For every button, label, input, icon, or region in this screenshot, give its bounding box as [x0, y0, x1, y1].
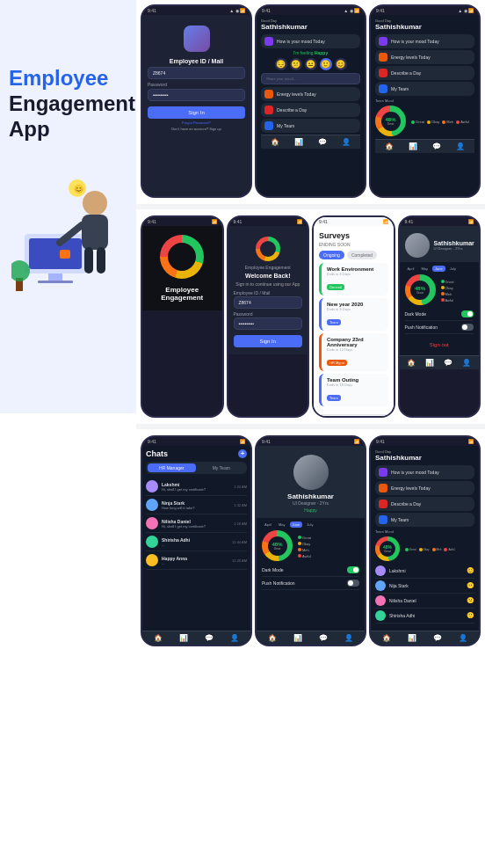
signin-btn2[interactable]: Sign In [234, 335, 303, 347]
month-may[interactable]: May [419, 266, 431, 272]
nav-profile-10[interactable]: 👤 [459, 634, 467, 642]
month-april[interactable]: April [405, 266, 417, 272]
push-toggle[interactable] [347, 580, 359, 587]
survey-item-3[interactable]: Company 23rd Anniversary Ends in 12 Days… [319, 333, 388, 371]
nav-home[interactable]: 🏠 [271, 138, 279, 146]
month-july[interactable]: July [447, 266, 459, 272]
nav-chart-10[interactable]: 📊 [408, 634, 416, 642]
profile-june[interactable]: June [290, 522, 303, 528]
describe-icon [264, 106, 273, 114]
add-chat-btn[interactable]: + [238, 449, 247, 458]
forgot-password-link[interactable]: Forgot Password? [182, 120, 210, 125]
describe-text-3: Describe a Day [391, 70, 421, 76]
mood-share-input[interactable]: Share your mood... [261, 73, 360, 84]
survey-item-1[interactable]: Work Environment Ends in 4 Days General [319, 263, 388, 295]
nav-chat-7[interactable]: 💬 [444, 359, 452, 367]
legend-row: Great Okay Meh Awful [411, 120, 469, 124]
chat-tab-myteam[interactable]: My Team [198, 463, 246, 472]
nav-chart[interactable]: 📊 [294, 138, 303, 146]
signup-link[interactable]: Don't have an account? Sign up [171, 127, 221, 131]
team-donut-10: 48% Great Great Okay Meh Awful [375, 536, 474, 561]
emoji-meh[interactable]: 😕 [290, 58, 302, 70]
title-line1: Employee [9, 66, 108, 90]
push-notif-toggle[interactable] [461, 324, 474, 331]
describe-item-10[interactable]: Describe a Day [375, 497, 474, 511]
team-menu-item[interactable]: My Team [261, 119, 360, 133]
pwd-field2[interactable]: •••••••••• [234, 317, 303, 330]
chat-tab-hrmanager[interactable]: HR Manager [148, 463, 196, 472]
nav-chart-8[interactable]: 📊 [179, 634, 188, 642]
energy-item-3[interactable]: Energy levels Today [375, 50, 474, 64]
dark-mode-toggle[interactable] [461, 310, 474, 317]
nav-chat-8[interactable]: 💬 [205, 634, 214, 642]
dark-mode-setting[interactable]: Dark Mode [405, 308, 474, 321]
emoji-neutral[interactable]: 😐 [305, 58, 317, 70]
survey-tag-4: Team [327, 395, 341, 401]
team-member-1[interactable]: Lakshmi 😊 [375, 564, 474, 579]
mood-menu-item[interactable]: How is your mood Today [261, 34, 360, 48]
password-field[interactable]: •••••••••• [148, 89, 245, 101]
nav-profile-3[interactable]: 👤 [456, 142, 465, 150]
team-member-4[interactable]: Shirisha Adhi 🙂 [375, 609, 474, 624]
nav-profile-7[interactable]: 👤 [462, 359, 471, 367]
emoji-veryhappy[interactable]: 😊 [335, 58, 347, 70]
emp-id-field2[interactable]: Z8674 [234, 296, 303, 309]
member-emoji-1: 😊 [467, 567, 474, 574]
nav-profile-9[interactable]: 👤 [344, 634, 353, 642]
mood-item-3[interactable]: How is your mood Today [375, 34, 474, 48]
nav-chat[interactable]: 💬 [318, 138, 327, 146]
nav-home-7[interactable]: 🏠 [407, 359, 416, 367]
chat-item-5[interactable]: Happy Anna ... 12:20 AM [146, 551, 247, 570]
team-donut-chart-10: 48% Great [375, 536, 400, 561]
energy-item-10[interactable]: Energy levels Today [375, 481, 474, 495]
signin-button[interactable]: Sign In [148, 106, 245, 119]
tab-completed[interactable]: Completed [347, 251, 377, 259]
nav-home-10[interactable]: 🏠 [382, 634, 391, 642]
chat-item-3[interactable]: Nilisha Daniel Hi, shall I get my certif… [146, 514, 247, 533]
signout-btn[interactable]: Sign out [405, 338, 474, 352]
energy-icon-10 [379, 484, 387, 492]
team-item-3[interactable]: My Team [375, 82, 474, 96]
survey-item-4[interactable]: Team Outing Ends in 18 Days Team [319, 374, 388, 406]
nav-profile-8[interactable]: 👤 [230, 634, 239, 642]
team-member-3[interactable]: Nilisha Daniel 😕 [375, 594, 474, 609]
nav-chat-9[interactable]: 💬 [319, 634, 328, 642]
survey-item-2[interactable]: New year 2020 Ends in 8 Days Team [319, 298, 388, 331]
profile-may[interactable]: May [276, 522, 288, 528]
nav-chat-3[interactable]: 💬 [432, 142, 441, 150]
survey-meta-1: Ends in 4 Days [327, 272, 383, 276]
mood-item-10[interactable]: How is your mood Today [375, 465, 474, 479]
emoji-happy[interactable]: 🙂 [320, 58, 332, 70]
chat-item-4[interactable]: Shirisha Adhi ... 12:44 AM [146, 533, 247, 551]
energy-menu-item[interactable]: Energy levels Today [261, 87, 360, 101]
nav-home-9[interactable]: 🏠 [268, 634, 277, 642]
nav-chat-10[interactable]: 💬 [433, 634, 442, 642]
describe-item-3[interactable]: Describe a Day [375, 66, 474, 80]
nav-chart-3[interactable]: 📊 [409, 142, 417, 150]
push-notif-row[interactable]: Push Notification [262, 577, 359, 590]
nav-home-8[interactable]: 🏠 [154, 634, 163, 642]
chat-item-2[interactable]: Ninja Stark How long will it take? 1:32 … [146, 496, 247, 514]
push-notif-setting[interactable]: Push Notification [405, 321, 474, 334]
describe-menu-item[interactable]: Describe a Day [261, 103, 360, 117]
emoji-sad[interactable]: 😔 [275, 58, 287, 70]
nav-profile[interactable]: 👤 [342, 138, 351, 146]
profile-july[interactable]: July [304, 522, 315, 528]
month-june[interactable]: June [432, 266, 445, 272]
team-member-2[interactable]: Nija Stark 😐 [375, 579, 474, 594]
team-item-10[interactable]: My Team [375, 513, 474, 527]
tab-ongoing[interactable]: Ongoing [319, 251, 344, 259]
energy-icon-3 [379, 53, 387, 62]
employee-id-field[interactable]: Z8674 [148, 67, 245, 79]
chat-item-1[interactable]: Lakshmi Hi, shall I get my certificate? … [146, 478, 247, 496]
nav-chart-9[interactable]: 📊 [293, 634, 302, 642]
profile-title-sm: UI Designer - 2Yrs [434, 246, 474, 251]
dark-mode-row[interactable]: Dark Mode [262, 564, 359, 577]
describe-label: Describe a Day [277, 107, 307, 113]
nav-chart-7[interactable]: 📊 [425, 359, 434, 367]
team-donut-lbl-10: Great [384, 550, 391, 553]
nav-home-3[interactable]: 🏠 [385, 142, 394, 150]
dark-toggle[interactable] [347, 566, 359, 573]
profile-april[interactable]: April [262, 522, 274, 528]
status-bar-4: 9:41 📶 [142, 217, 222, 226]
